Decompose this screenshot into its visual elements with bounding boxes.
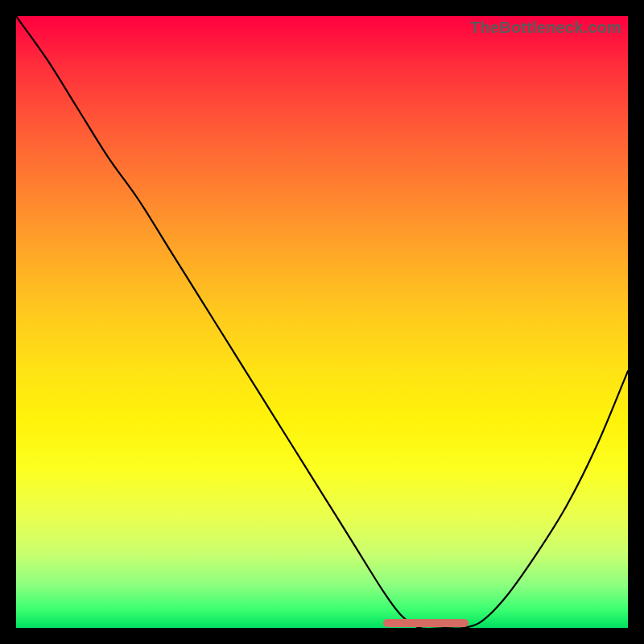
plot-area: TheBottleneck.com — [16, 16, 628, 628]
curve-path — [16, 16, 628, 628]
bottleneck-curve — [16, 16, 628, 628]
chart-frame: TheBottleneck.com — [0, 0, 644, 644]
optimal-range-highlight — [383, 619, 469, 627]
